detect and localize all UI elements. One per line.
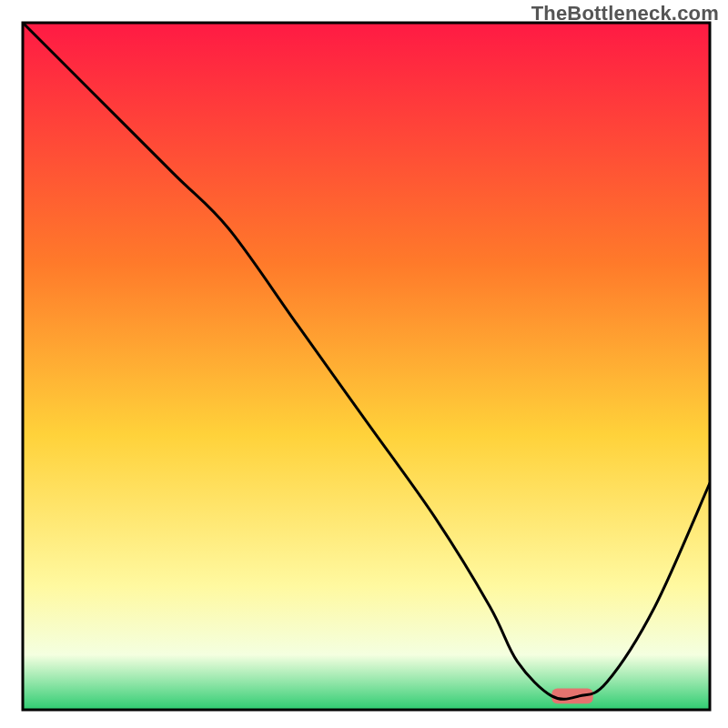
chart-container: { "watermark": "TheBottleneck.com", "cha… xyxy=(0,0,728,728)
bottleneck-chart xyxy=(0,0,728,728)
